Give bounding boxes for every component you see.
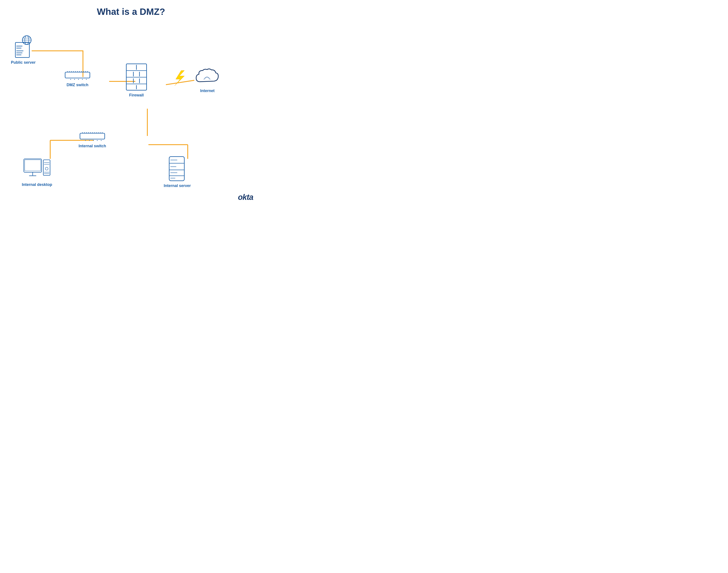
internal-server-node: Internal server (164, 156, 191, 188)
diagram: Public server DMZ switch (0, 17, 262, 206)
internal-switch-icon (79, 132, 105, 142)
svg-rect-18 (65, 72, 90, 78)
internal-server-icon (166, 156, 188, 182)
svg-point-34 (86, 79, 87, 80)
svg-rect-72 (169, 157, 184, 181)
svg-point-30 (70, 79, 71, 80)
public-server-label: Public server (11, 60, 36, 65)
page-title: What is a DMZ? (0, 0, 262, 17)
internet-label: Internet (200, 89, 214, 93)
internal-switch-node: Internal switch (79, 132, 106, 148)
svg-rect-62 (24, 159, 42, 172)
firewall-node: Firewall (125, 63, 148, 98)
internal-desktop-icon (23, 157, 51, 181)
public-server-icon (13, 35, 33, 58)
internet-cloud-icon (194, 67, 221, 87)
lightning-icon (168, 69, 194, 87)
svg-rect-63 (25, 160, 41, 171)
svg-point-31 (74, 79, 75, 80)
internal-server-label: Internal server (164, 184, 191, 188)
internal-switch-label: Internal switch (79, 144, 106, 148)
svg-point-32 (78, 79, 79, 80)
svg-rect-66 (43, 160, 50, 175)
internal-desktop-label: Internal desktop (22, 183, 52, 187)
public-server-node: Public server (11, 35, 36, 65)
firewall-label: Firewall (129, 93, 144, 98)
internet-node: Internet (194, 67, 221, 93)
dmz-switch-node: DMZ switch (64, 71, 91, 87)
svg-point-58 (89, 140, 90, 141)
svg-point-33 (82, 79, 83, 80)
svg-marker-6 (175, 70, 185, 86)
svg-point-69 (45, 167, 48, 170)
okta-logo: okta (238, 193, 253, 202)
firewall-icon (125, 63, 148, 91)
svg-point-59 (93, 140, 94, 141)
svg-point-61 (101, 140, 102, 141)
internal-desktop-node: Internal desktop (22, 157, 52, 187)
svg-point-57 (85, 140, 86, 141)
dmz-switch-label: DMZ switch (66, 83, 88, 87)
svg-point-60 (97, 140, 98, 141)
dmz-switch-icon (64, 71, 91, 81)
svg-rect-45 (80, 133, 105, 139)
